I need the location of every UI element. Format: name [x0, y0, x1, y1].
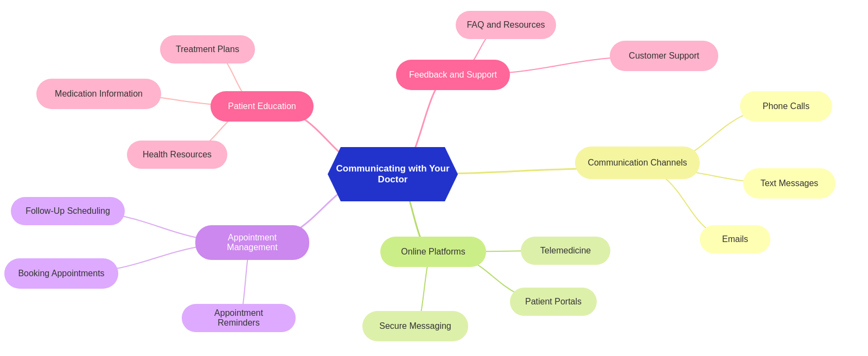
- comm-channels-label: Communication Channels: [588, 158, 687, 168]
- online-platforms-label: Online Platforms: [401, 247, 465, 257]
- emails-node: Emails: [700, 225, 770, 253]
- faq-resources-node: FAQ and Resources: [456, 11, 556, 39]
- center-node: Communicating with Your Doctor: [328, 147, 458, 201]
- treatment-plans-label: Treatment Plans: [176, 44, 239, 54]
- phone-calls-node: Phone Calls: [740, 91, 832, 122]
- followup-scheduling-node: Follow-Up Scheduling: [11, 197, 125, 225]
- feedback-support-label: Feedback and Support: [409, 70, 497, 80]
- customer-support-node: Customer Support: [610, 41, 718, 71]
- secure-messaging-label: Secure Messaging: [379, 321, 451, 331]
- appointment-reminders-label: Appointment Reminders: [193, 308, 285, 328]
- appointment-mgmt-node: Appointment Management: [195, 225, 309, 260]
- appointment-mgmt-label: Appointment Management: [206, 233, 298, 252]
- patient-portals-node: Patient Portals: [510, 288, 597, 316]
- booking-appointments-label: Booking Appointments: [18, 269, 104, 278]
- booking-appointments-node: Booking Appointments: [4, 258, 118, 289]
- faq-resources-label: FAQ and Resources: [467, 20, 545, 30]
- comm-channels-node: Communication Channels: [575, 147, 700, 179]
- emails-label: Emails: [722, 234, 748, 244]
- medication-info-node: Medication Information: [36, 79, 161, 109]
- center-label: Communicating with Your Doctor: [328, 163, 458, 185]
- telemedicine-node: Telemedicine: [521, 237, 610, 265]
- telemedicine-label: Telemedicine: [540, 246, 591, 256]
- feedback-support-node: Feedback and Support: [396, 60, 510, 90]
- text-messages-label: Text Messages: [761, 179, 819, 188]
- online-platforms-node: Online Platforms: [380, 237, 486, 267]
- customer-support-label: Customer Support: [629, 51, 699, 61]
- patient-education-label: Patient Education: [228, 101, 296, 111]
- patient-education-node: Patient Education: [210, 91, 314, 122]
- phone-calls-label: Phone Calls: [763, 101, 809, 111]
- treatment-plans-node: Treatment Plans: [160, 35, 255, 63]
- followup-scheduling-label: Follow-Up Scheduling: [25, 206, 110, 216]
- patient-portals-label: Patient Portals: [525, 297, 582, 307]
- appointment-reminders-node: Appointment Reminders: [182, 304, 296, 332]
- health-resources-node: Health Resources: [127, 141, 227, 169]
- secure-messaging-node: Secure Messaging: [362, 311, 468, 341]
- text-messages-node: Text Messages: [743, 168, 835, 199]
- health-resources-label: Health Resources: [143, 150, 212, 160]
- medication-info-label: Medication Information: [55, 89, 143, 99]
